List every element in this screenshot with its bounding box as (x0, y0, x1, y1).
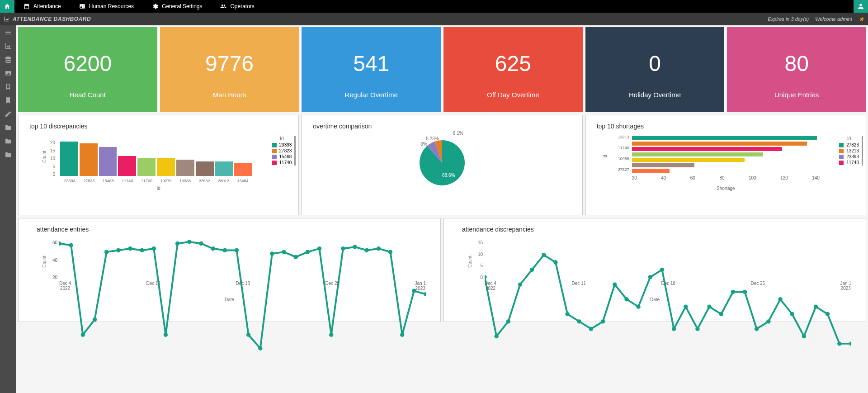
data-point[interactable] (589, 327, 593, 331)
data-point[interactable] (636, 304, 640, 308)
kpi-card[interactable]: 80Unique Entries (727, 27, 866, 112)
bar[interactable] (632, 169, 670, 173)
chart-area-icon[interactable] (5, 43, 12, 50)
data-point[interactable] (199, 241, 203, 246)
data-point[interactable] (577, 319, 581, 323)
data-point[interactable] (211, 246, 215, 251)
menu-icon[interactable] (5, 29, 12, 36)
data-point[interactable] (164, 333, 168, 337)
data-point[interactable] (258, 346, 262, 350)
data-point[interactable] (116, 248, 120, 252)
data-point[interactable] (364, 248, 368, 252)
data-point[interactable] (270, 251, 274, 256)
y-axis-label: Id (602, 155, 607, 159)
edit-icon[interactable] (5, 110, 12, 118)
bar[interactable] (196, 161, 214, 176)
bar[interactable] (215, 161, 233, 176)
bar[interactable] (118, 156, 136, 176)
bookmark-icon[interactable] (5, 97, 12, 104)
data-point[interactable] (152, 246, 156, 251)
data-point[interactable] (341, 246, 345, 251)
data-point[interactable] (69, 243, 73, 247)
user-menu-button[interactable] (854, 0, 868, 13)
data-point[interactable] (802, 334, 806, 338)
bar[interactable] (176, 160, 194, 176)
data-point[interactable] (826, 312, 830, 316)
data-point[interactable] (59, 241, 61, 246)
data-point[interactable] (672, 327, 676, 331)
data-point[interactable] (707, 304, 711, 308)
data-point[interactable] (175, 241, 179, 246)
bookmark-outline-icon[interactable] (5, 83, 12, 90)
bar[interactable] (234, 163, 252, 176)
data-point[interactable] (565, 312, 569, 316)
data-point[interactable] (388, 250, 392, 254)
data-point[interactable] (766, 319, 770, 323)
data-point[interactable] (790, 312, 794, 316)
bar[interactable] (99, 147, 117, 176)
data-point[interactable] (755, 327, 759, 331)
data-point[interactable] (353, 245, 357, 249)
bar[interactable] (632, 142, 807, 146)
data-point[interactable] (246, 333, 250, 337)
data-point[interactable] (778, 297, 782, 301)
star-icon[interactable]: ★ (859, 15, 864, 23)
data-point[interactable] (648, 275, 652, 279)
folder-icon-2[interactable] (5, 137, 12, 145)
bar[interactable] (60, 142, 78, 176)
data-point[interactable] (695, 327, 699, 331)
kpi-card[interactable]: 625Off Day Overtime (443, 27, 583, 112)
data-point[interactable] (223, 248, 227, 252)
data-point[interactable] (553, 260, 557, 264)
data-point[interactable] (684, 304, 688, 308)
data-point[interactable] (377, 246, 381, 251)
data-point[interactable] (317, 246, 321, 251)
nav-settings[interactable]: General Settings (143, 3, 211, 9)
data-point[interactable] (187, 240, 191, 244)
kpi-card[interactable]: 9776Man Hours (160, 27, 299, 112)
data-point[interactable] (400, 333, 404, 337)
nav-operators[interactable]: Operators (211, 3, 263, 9)
folder-icon-3[interactable] (5, 151, 12, 158)
data-point[interactable] (306, 250, 310, 254)
kpi-card[interactable]: 0Holiday Overtime (585, 27, 725, 112)
kpi-card[interactable]: 541Regular Overtime (302, 27, 441, 112)
data-point[interactable] (329, 333, 333, 337)
nav-attendance[interactable]: Attendance (14, 3, 70, 9)
bar[interactable] (80, 143, 98, 176)
nav-hr[interactable]: Human Resources (70, 3, 143, 9)
data-point[interactable] (81, 333, 85, 337)
data-point[interactable] (140, 248, 144, 252)
data-point[interactable] (494, 334, 498, 338)
data-point[interactable] (814, 304, 818, 308)
data-point[interactable] (506, 319, 510, 323)
data-point[interactable] (660, 268, 664, 272)
data-point[interactable] (837, 341, 841, 346)
image-icon[interactable] (5, 70, 12, 77)
bar[interactable] (632, 147, 782, 151)
data-point[interactable] (485, 275, 487, 279)
bar[interactable] (632, 163, 694, 167)
data-point[interactable] (294, 255, 298, 259)
data-point[interactable] (235, 248, 239, 252)
bar[interactable] (137, 158, 156, 176)
data-point[interactable] (128, 246, 132, 251)
data-point[interactable] (849, 341, 851, 346)
data-point[interactable] (424, 292, 426, 296)
data-point[interactable] (542, 253, 546, 257)
data-point[interactable] (93, 317, 97, 322)
bar[interactable] (632, 158, 745, 162)
data-point[interactable] (282, 250, 286, 254)
data-point[interactable] (719, 312, 723, 316)
data-point[interactable] (530, 268, 534, 272)
bar[interactable] (632, 152, 764, 156)
data-point[interactable] (624, 297, 628, 301)
bar[interactable] (632, 136, 817, 140)
data-point[interactable] (104, 250, 108, 254)
bar[interactable] (157, 158, 175, 176)
folder-icon[interactable] (5, 124, 12, 131)
kpi-card[interactable]: 6200Head Count (18, 27, 157, 112)
database-icon[interactable] (5, 56, 12, 63)
data-point[interactable] (601, 319, 605, 323)
home-button[interactable] (0, 0, 14, 13)
